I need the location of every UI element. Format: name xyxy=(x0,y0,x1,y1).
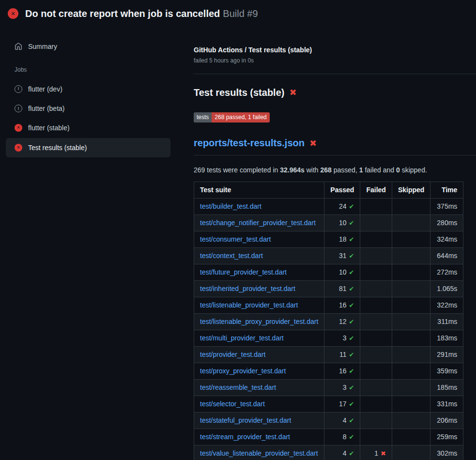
summary-text: 268 xyxy=(321,166,332,174)
check-icon: ✔ xyxy=(349,368,354,375)
job-label: flutter (beta) xyxy=(28,104,64,113)
test-suite-link[interactable]: test/builder_test.dart xyxy=(200,202,261,210)
passed-cell: 18✔ xyxy=(324,231,360,247)
suite-cell: test/provider_test.dart xyxy=(194,346,324,363)
table-row: test/builder_test.dart24✔375ms xyxy=(194,198,463,215)
passed-count: 12 xyxy=(339,318,347,325)
check-icon: ✔ xyxy=(349,285,354,292)
passed-count: 81 xyxy=(339,285,347,292)
table-row: test/selector_test.dart17✔331ms xyxy=(194,396,463,412)
table-row: test/value_listenable_provider_test.dart… xyxy=(194,445,463,460)
table-row: test/future_provider_test.dart10✔272ms xyxy=(194,264,463,280)
sidebar-item-summary[interactable]: Summary xyxy=(6,39,170,54)
skipped-cell xyxy=(392,198,430,215)
skipped-cell xyxy=(392,396,430,412)
sidebar: Summary Jobs !flutter (dev)!flutter (bet… xyxy=(0,27,178,460)
test-suite-link[interactable]: test/listenable_provider_test.dart xyxy=(200,301,298,309)
suite-cell: test/proxy_provider_test.dart xyxy=(194,363,324,379)
time-cell: 375ms xyxy=(430,198,463,215)
passed-cell: 31✔ xyxy=(324,247,360,264)
neutral-status-icon: ! xyxy=(15,85,22,93)
summary-label: Summary xyxy=(28,42,57,51)
check-icon: ✔ xyxy=(349,433,354,441)
check-icon: ✔ xyxy=(349,351,354,358)
passed-count: 16 xyxy=(339,367,347,375)
test-suite-link[interactable]: test/stream_provider_test.dart xyxy=(200,433,290,441)
suite-cell: test/change_notifier_provider_test.dart xyxy=(194,215,324,231)
test-suite-link[interactable]: test/context_test.dart xyxy=(200,252,263,260)
failed-cell xyxy=(360,330,392,346)
sidebar-item-job[interactable]: !flutter (dev) xyxy=(6,79,170,99)
badge-label: tests xyxy=(194,112,212,123)
passed-count: 24 xyxy=(339,202,347,210)
skipped-cell xyxy=(392,379,430,396)
time-cell: 644ms xyxy=(430,247,463,264)
check-icon: ✔ xyxy=(349,400,354,408)
test-suite-link[interactable]: test/value_listenable_provider_test.dart xyxy=(200,449,318,457)
report-link[interactable]: reports/test-results.json xyxy=(194,136,305,150)
time-cell: 183ms xyxy=(430,330,463,346)
passed-cell: 81✔ xyxy=(324,280,360,297)
suite-cell: test/listenable_provider_test.dart xyxy=(194,297,324,313)
summary-text: passed, xyxy=(332,166,359,174)
table-row: test/consumer_test.dart18✔324ms xyxy=(194,231,463,247)
skipped-cell xyxy=(392,215,430,231)
test-suite-link[interactable]: test/change_notifier_provider_test.dart xyxy=(200,219,316,227)
summary-text: failed and xyxy=(363,166,397,174)
skipped-cell xyxy=(392,313,430,330)
table-row: test/inherited_provider_test.dart81✔1.06… xyxy=(194,280,463,297)
passed-cell: 8✔ xyxy=(324,429,360,445)
sidebar-item-job[interactable]: ✕Test results (stable) xyxy=(6,138,170,157)
test-suite-link[interactable]: test/selector_test.dart xyxy=(200,400,265,408)
test-suite-link[interactable]: test/proxy_provider_test.dart xyxy=(200,367,286,375)
table-row: test/stream_provider_test.dart8✔259ms xyxy=(194,429,463,445)
check-icon: ✔ xyxy=(349,417,354,424)
passed-cell: 3✔ xyxy=(324,330,360,346)
failed-cell xyxy=(360,429,392,445)
failed-cell xyxy=(360,231,392,247)
test-suite-link[interactable]: test/listenable_proxy_provider_test.dart xyxy=(200,318,318,325)
tests-badge: tests 268 passed, 1 failed xyxy=(194,112,270,123)
time-cell: 311ms xyxy=(430,313,463,330)
sidebar-item-job[interactable]: !flutter (beta) xyxy=(6,99,170,118)
sidebar-item-job[interactable]: ✕flutter (stable) xyxy=(6,118,170,138)
table-row: test/context_test.dart31✔644ms xyxy=(194,247,463,264)
table-row: test/change_notifier_provider_test.dart1… xyxy=(194,215,463,231)
summary-text: 1 xyxy=(359,166,363,174)
passed-cell: 4✔ xyxy=(324,445,360,460)
test-suite-link[interactable]: test/multi_provider_test.dart xyxy=(200,334,284,342)
table-row: test/multi_provider_test.dart3✔183ms xyxy=(194,330,463,346)
time-cell: 1.065s xyxy=(430,280,463,297)
test-suite-link[interactable]: test/reassemble_test.dart xyxy=(200,383,276,391)
skipped-cell xyxy=(392,231,430,247)
results-table: Test suitePassedFailedSkippedTime test/b… xyxy=(194,182,463,460)
cross-icon: ✖ xyxy=(381,450,386,457)
check-icon: ✔ xyxy=(349,269,354,276)
test-suite-link[interactable]: test/consumer_test.dart xyxy=(200,235,271,243)
check-icon: ✔ xyxy=(349,203,354,210)
summary-text: 269 tests were completed in xyxy=(194,166,280,174)
main-content: GitHub Actions / Test results (stable) f… xyxy=(178,27,476,460)
failed-cell xyxy=(360,297,392,313)
passed-count: 3 xyxy=(343,383,347,391)
passed-count: 4 xyxy=(343,416,347,424)
check-icon: ✔ xyxy=(349,252,354,260)
test-suite-link[interactable]: test/stateful_provider_test.dart xyxy=(200,416,291,424)
section-title-text: Test results (stable) xyxy=(194,86,284,100)
jobs-section-label: Jobs xyxy=(15,66,170,74)
suite-cell: test/multi_provider_test.dart xyxy=(194,330,324,346)
table-row: test/reassemble_test.dart3✔185ms xyxy=(194,379,463,396)
failed-status-icon: ✕ xyxy=(15,124,22,132)
passed-cell: 11✔ xyxy=(324,346,360,363)
summary-line: 269 tests were completed in 32.964s with… xyxy=(194,165,476,175)
suite-cell: test/listenable_proxy_provider_test.dart xyxy=(194,313,324,330)
breadcrumb: GitHub Actions / Test results (stable) xyxy=(194,45,476,55)
test-suite-link[interactable]: test/future_provider_test.dart xyxy=(200,268,287,276)
divider xyxy=(194,74,476,74)
test-suite-link[interactable]: test/inherited_provider_test.dart xyxy=(200,285,295,292)
passed-cell: 10✔ xyxy=(324,215,360,231)
test-suite-link[interactable]: test/provider_test.dart xyxy=(200,351,265,358)
neutral-status-icon: ! xyxy=(15,105,22,112)
passed-cell: 24✔ xyxy=(324,198,360,215)
suite-cell: test/stream_provider_test.dart xyxy=(194,429,324,445)
